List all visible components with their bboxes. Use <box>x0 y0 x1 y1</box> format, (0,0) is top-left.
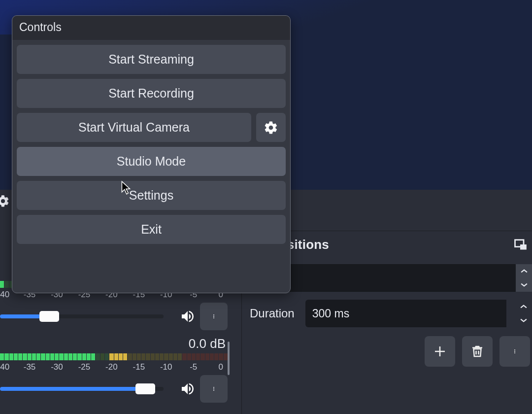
channel-2-db-label: 0.0 dB <box>0 336 232 351</box>
chevron-down-icon[interactable] <box>516 278 532 292</box>
scale-tick: -15 <box>133 362 145 372</box>
svg-point-5 <box>213 390 214 391</box>
scale-tick: -35 <box>24 362 36 372</box>
popout-icon[interactable] <box>513 238 528 252</box>
audio-scale-2: -40 -35 -30 -25 -20 -15 -10 -5 0 <box>0 362 228 374</box>
mixer-scrollbar[interactable] <box>228 342 230 375</box>
add-transition-button[interactable] <box>425 336 455 367</box>
svg-point-8 <box>514 349 515 350</box>
scale-tick: -25 <box>78 362 91 372</box>
delete-transition-button[interactable] <box>462 336 493 367</box>
volume-slider-1[interactable] <box>0 314 164 318</box>
transition-select-spinners[interactable] <box>515 264 532 292</box>
scale-tick: -20 <box>105 362 118 372</box>
chevron-up-icon[interactable] <box>516 264 532 278</box>
channel-2-options-button[interactable] <box>200 375 228 403</box>
controls-popup: Controls Start Streaming Start Recording… <box>12 15 291 293</box>
start-recording-button[interactable]: Start Recording <box>17 79 286 108</box>
scale-tick: 0 <box>218 362 223 372</box>
exit-button[interactable]: Exit <box>17 215 286 244</box>
scale-tick: -5 <box>190 362 197 372</box>
mute-button-1[interactable] <box>178 307 197 326</box>
svg-point-10 <box>514 352 515 353</box>
scale-tick: -10 <box>160 362 172 372</box>
svg-point-1 <box>213 316 214 317</box>
duration-spinners[interactable] <box>515 300 532 327</box>
transition-options-button[interactable] <box>499 336 530 367</box>
svg-point-2 <box>213 317 214 318</box>
audio-meter-2: -40 -35 -30 -25 -20 -15 -10 -5 0 <box>0 353 232 400</box>
chevron-up-icon[interactable] <box>515 300 532 313</box>
start-streaming-button[interactable]: Start Streaming <box>17 45 286 74</box>
svg-point-0 <box>213 314 214 315</box>
studio-mode-button[interactable]: Studio Mode <box>17 147 286 176</box>
volume-slider-2[interactable] <box>0 387 164 391</box>
svg-point-4 <box>213 388 214 389</box>
duration-label: Duration <box>250 307 295 320</box>
svg-point-9 <box>514 351 515 352</box>
channel-1-options-button[interactable] <box>200 303 228 330</box>
start-virtual-camera-button[interactable]: Start Virtual Camera <box>17 113 251 142</box>
virtual-camera-settings-button[interactable] <box>256 113 286 142</box>
controls-popup-title: Controls <box>12 16 290 40</box>
background-gear-icon <box>0 194 10 209</box>
mute-button-2[interactable] <box>178 380 197 398</box>
scale-tick: -40 <box>0 290 9 300</box>
svg-rect-7 <box>520 244 527 250</box>
duration-input[interactable]: 300 ms <box>305 300 506 327</box>
settings-button[interactable]: Settings <box>17 181 286 210</box>
scale-tick: -40 <box>0 362 9 372</box>
chevron-down-icon[interactable] <box>515 313 532 327</box>
svg-point-3 <box>213 387 214 388</box>
scale-tick: -30 <box>51 362 63 372</box>
